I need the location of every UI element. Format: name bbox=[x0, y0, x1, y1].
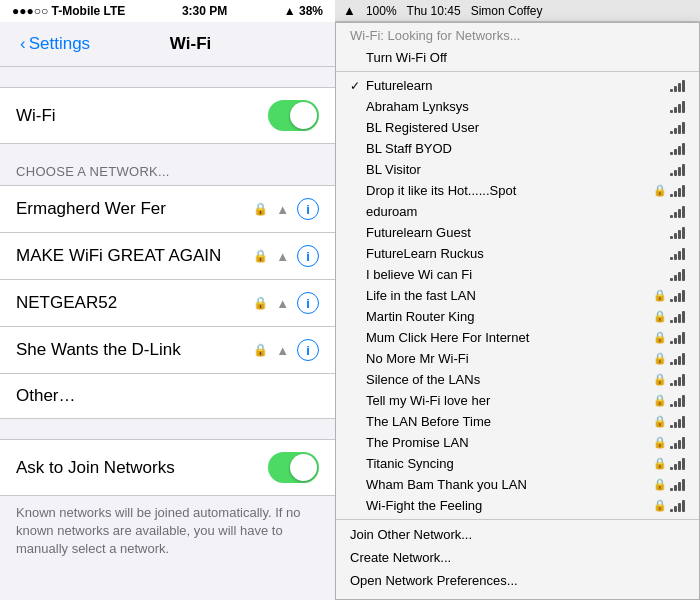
wifi-bars-5 bbox=[670, 185, 685, 197]
mac-network-item-3[interactable]: BL Staff BYOD bbox=[336, 138, 699, 159]
lock-icon-16: 🔒 bbox=[653, 415, 667, 428]
info-button-2[interactable]: i bbox=[297, 292, 319, 314]
wifi-bars-8 bbox=[670, 248, 685, 260]
mac-network-item-9[interactable]: I believe Wi can Fi bbox=[336, 264, 699, 285]
mac-network-item-7[interactable]: Futurelearn Guest bbox=[336, 222, 699, 243]
join-other-network-item[interactable]: Join Other Network... bbox=[336, 523, 699, 546]
create-network-item[interactable]: Create Network... bbox=[336, 546, 699, 569]
wifi-signal-1: ▲ bbox=[276, 249, 289, 264]
divider-2 bbox=[336, 519, 699, 520]
join-other-label: Join Other Network... bbox=[350, 527, 472, 542]
lock-icon-12: 🔒 bbox=[653, 331, 667, 344]
mac-network-label-0: Futurelearn bbox=[366, 78, 670, 93]
mac-network-icons-2 bbox=[670, 122, 685, 134]
network-section: CHOOSE A NETWORK... Ermagherd Wer Fer 🔒 … bbox=[0, 164, 335, 419]
mac-network-label-15: Tell my Wi-Fi love her bbox=[366, 393, 653, 408]
wifi-toggle[interactable] bbox=[268, 100, 319, 131]
wifi-toggle-section: Wi-Fi bbox=[0, 87, 335, 144]
mac-menu-bar: ▲ 100% Thu 10:45 Simon Coffey bbox=[335, 0, 700, 22]
other-label: Other… bbox=[16, 386, 319, 406]
join-networks-footnote: Known networks will be joined automatica… bbox=[0, 496, 335, 567]
join-networks-toggle[interactable] bbox=[268, 452, 319, 483]
network-row-1[interactable]: MAKE WiFi GREAT AGAIN 🔒 ▲ i bbox=[0, 232, 335, 279]
wifi-bars-7 bbox=[670, 227, 685, 239]
wifi-bars-1 bbox=[670, 101, 685, 113]
wifi-bars-14 bbox=[670, 374, 685, 386]
create-network-label: Create Network... bbox=[350, 550, 451, 565]
network-name-2: NETGEAR52 bbox=[16, 293, 253, 313]
open-network-prefs-item[interactable]: Open Network Preferences... bbox=[336, 569, 699, 592]
wifi-bars-20 bbox=[670, 500, 685, 512]
wifi-menubar-icon[interactable]: ▲ bbox=[343, 3, 356, 18]
mac-network-item-1[interactable]: Abraham Lynksys bbox=[336, 96, 699, 117]
mac-wifi-dropdown: Wi-Fi: Looking for Networks... Turn Wi-F… bbox=[335, 22, 700, 600]
mac-network-item-12[interactable]: Mum Click Here For Internet 🔒 bbox=[336, 327, 699, 348]
battery-percent: 100% bbox=[366, 4, 397, 18]
mac-network-item-5[interactable]: Drop it like its Hot......Spot 🔒 bbox=[336, 180, 699, 201]
join-networks-row[interactable]: Ask to Join Networks bbox=[0, 439, 335, 496]
mac-network-label-18: Titanic Syncing bbox=[366, 456, 653, 471]
mac-network-label-6: eduroam bbox=[366, 204, 670, 219]
network-row-2[interactable]: NETGEAR52 🔒 ▲ i bbox=[0, 279, 335, 326]
back-button[interactable]: ‹ Settings bbox=[12, 30, 98, 58]
network-row-0[interactable]: Ermagherd Wer Fer 🔒 ▲ i bbox=[0, 185, 335, 232]
ios-status-bar: ●●●○○ T-Mobile LTE 3:30 PM ▲ 38% bbox=[0, 0, 335, 22]
wifi-bars-11 bbox=[670, 311, 685, 323]
back-label: Settings bbox=[29, 34, 90, 54]
mac-network-icons-3 bbox=[670, 143, 685, 155]
network-row-3[interactable]: She Wants the D-Link 🔒 ▲ i bbox=[0, 326, 335, 373]
mac-network-item-17[interactable]: The Promise LAN 🔒 bbox=[336, 432, 699, 453]
mac-network-item-14[interactable]: Silence of the LANs 🔒 bbox=[336, 369, 699, 390]
date-time: Thu 10:45 bbox=[407, 4, 461, 18]
wifi-bars-16 bbox=[670, 416, 685, 428]
network-section-header: CHOOSE A NETWORK... bbox=[0, 164, 335, 185]
lock-icon-3: 🔒 bbox=[253, 343, 268, 357]
lock-icon-0: 🔒 bbox=[253, 202, 268, 216]
mac-network-item-8[interactable]: FutureLearn Ruckus bbox=[336, 243, 699, 264]
chevron-left-icon: ‹ bbox=[20, 34, 26, 54]
mac-network-item-19[interactable]: Wham Bam Thank you LAN 🔒 bbox=[336, 474, 699, 495]
mac-network-item-15[interactable]: Tell my Wi-Fi love her 🔒 bbox=[336, 390, 699, 411]
mac-network-icons-16: 🔒 bbox=[653, 415, 685, 428]
mac-network-item-2[interactable]: BL Registered User bbox=[336, 117, 699, 138]
wifi-bars-18 bbox=[670, 458, 685, 470]
mac-network-icons-9 bbox=[670, 269, 685, 281]
info-button-3[interactable]: i bbox=[297, 339, 319, 361]
network-icons-3: 🔒 ▲ i bbox=[253, 339, 319, 361]
mac-network-icons-1 bbox=[670, 101, 685, 113]
info-button-1[interactable]: i bbox=[297, 245, 319, 267]
mac-network-icons-11: 🔒 bbox=[653, 310, 685, 323]
mac-network-icons-14: 🔒 bbox=[653, 373, 685, 386]
wifi-bars-4 bbox=[670, 164, 685, 176]
mac-network-item-4[interactable]: BL Visitor bbox=[336, 159, 699, 180]
mac-network-icons-20: 🔒 bbox=[653, 499, 685, 512]
lock-icon-5: 🔒 bbox=[653, 184, 667, 197]
mac-network-label-1: Abraham Lynksys bbox=[366, 99, 670, 114]
mac-network-item-13[interactable]: No More Mr Wi-Fi 🔒 bbox=[336, 348, 699, 369]
mac-network-item-0[interactable]: ✓ Futurelearn bbox=[336, 75, 699, 96]
wifi-toggle-row[interactable]: Wi-Fi bbox=[0, 87, 335, 144]
lock-icon-14: 🔒 bbox=[653, 373, 667, 386]
network-icons-0: 🔒 ▲ i bbox=[253, 198, 319, 220]
other-network-row[interactable]: Other… bbox=[0, 373, 335, 419]
wifi-bars-15 bbox=[670, 395, 685, 407]
mac-network-icons-7 bbox=[670, 227, 685, 239]
wifi-bars-12 bbox=[670, 332, 685, 344]
mac-network-label-4: BL Visitor bbox=[366, 162, 670, 177]
mac-network-item-20[interactable]: Wi-Fight the Feeling 🔒 bbox=[336, 495, 699, 516]
mac-network-item-18[interactable]: Titanic Syncing 🔒 bbox=[336, 453, 699, 474]
mac-network-item-16[interactable]: The LAN Before Time 🔒 bbox=[336, 411, 699, 432]
turn-wifi-off-item[interactable]: Turn Wi-Fi Off bbox=[336, 47, 699, 68]
mac-network-label-17: The Promise LAN bbox=[366, 435, 653, 450]
mac-network-item-10[interactable]: Life in the fast LAN 🔒 bbox=[336, 285, 699, 306]
mac-network-label-3: BL Staff BYOD bbox=[366, 141, 670, 156]
wifi-bars-2 bbox=[670, 122, 685, 134]
wifi-signal-2: ▲ bbox=[276, 296, 289, 311]
info-button-0[interactable]: i bbox=[297, 198, 319, 220]
mac-network-item-6[interactable]: eduroam bbox=[336, 201, 699, 222]
mac-network-item-11[interactable]: Martin Router King 🔒 bbox=[336, 306, 699, 327]
wifi-signal-3: ▲ bbox=[276, 343, 289, 358]
mac-network-label-20: Wi-Fight the Feeling bbox=[366, 498, 653, 513]
mac-network-icons-12: 🔒 bbox=[653, 331, 685, 344]
carrier-label: ●●●○○ T-Mobile LTE bbox=[12, 4, 125, 18]
